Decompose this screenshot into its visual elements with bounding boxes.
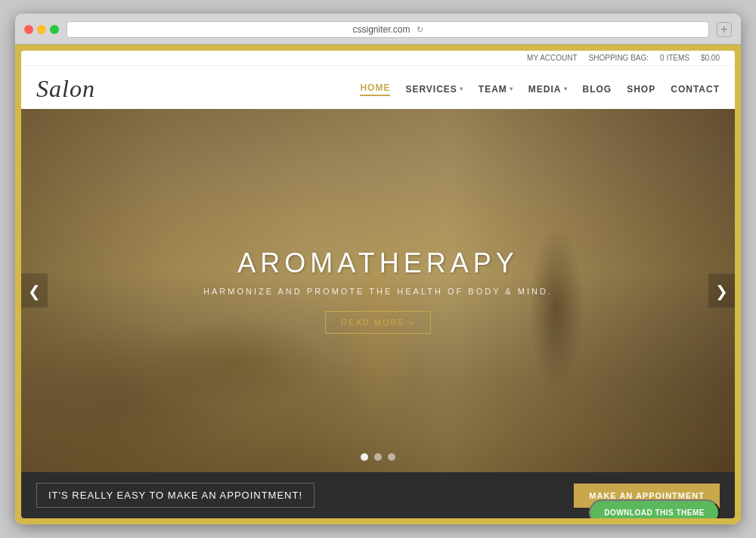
slider-dot-3[interactable] — [388, 453, 395, 461]
dot-minimize[interactable] — [37, 25, 46, 34]
header-topbar: MY ACCOUNT SHOPPING BAG: 0 ITEMS $0.00 — [21, 51, 735, 66]
nav-item-contact[interactable]: CONTACT — [671, 84, 720, 95]
slider-dot-1[interactable] — [361, 453, 368, 461]
dot-close[interactable] — [24, 25, 33, 34]
chevron-down-icon: ▾ — [460, 86, 463, 92]
header-main: Salon HOME SERVICES ▾ TEAM ▾ — [21, 66, 735, 109]
hero-text-block: AROMATHERAPY HARMONIZE AND PROMOTE THE H… — [203, 247, 553, 334]
download-theme-button[interactable]: DOWNLOAD THIS THEME — [589, 499, 720, 518]
url-text: cssigniter.com — [352, 24, 410, 35]
dot-maximize[interactable] — [50, 25, 59, 34]
site-inner: MY ACCOUNT SHOPPING BAG: 0 ITEMS $0.00 S… — [21, 51, 735, 518]
chevron-down-icon: ▾ — [510, 86, 513, 92]
chevron-down-icon: ▾ — [564, 86, 568, 92]
site-header: MY ACCOUNT SHOPPING BAG: 0 ITEMS $0.00 S… — [21, 51, 735, 109]
appointment-text: IT'S REALLY EASY TO MAKE AN APPOINTMENT! — [36, 483, 314, 508]
hero-cta-button[interactable]: READ MORE » — [325, 311, 431, 334]
nav-item-blog[interactable]: BLOG — [583, 84, 612, 95]
nav-item-services[interactable]: SERVICES ▾ — [405, 84, 463, 95]
hero-subtitle: HARMONIZE AND PROMOTE THE HEALTH OF BODY… — [203, 287, 553, 296]
bag-items-count: 0 ITEMS — [660, 54, 689, 62]
slider-prev-button[interactable]: ❮ — [21, 274, 48, 308]
slider-next-button[interactable]: ❯ — [708, 274, 735, 308]
nav-item-home[interactable]: HOME — [360, 82, 390, 96]
browser-dots — [24, 25, 59, 34]
nav-item-shop[interactable]: SHOP — [627, 84, 655, 95]
shopping-bag-label: SHOPPING BAG: — [589, 54, 649, 62]
site-logo[interactable]: Salon — [36, 75, 95, 103]
download-theme-wrapper: DOWNLOAD THIS THEME — [589, 499, 720, 518]
nav-item-media[interactable]: MEDIA ▾ — [528, 84, 568, 95]
slider-dots — [361, 453, 395, 461]
new-tab-button[interactable]: + — [717, 22, 732, 37]
slider-dot-2[interactable] — [374, 453, 382, 461]
hero-title: AROMATHERAPY — [203, 247, 553, 279]
my-account-link[interactable]: MY ACCOUNT — [527, 54, 578, 62]
nav-item-team[interactable]: TEAM ▾ — [479, 84, 513, 95]
browser-chrome: cssigniter.com ↻ + — [15, 14, 741, 45]
browser-window: cssigniter.com ↻ + MY ACCOUNT SHOPPING B… — [15, 14, 741, 524]
hero-slider: ❮ AROMATHERAPY HARMONIZE AND PROMOTE THE… — [21, 109, 735, 472]
appointment-bar: IT'S REALLY EASY TO MAKE AN APPOINTMENT!… — [21, 472, 735, 518]
main-navigation: HOME SERVICES ▾ TEAM ▾ MEDIA ▾ — [360, 82, 720, 96]
refresh-icon[interactable]: ↻ — [417, 25, 423, 35]
website-container: MY ACCOUNT SHOPPING BAG: 0 ITEMS $0.00 S… — [15, 45, 741, 524]
address-bar[interactable]: cssigniter.com ↻ — [67, 21, 709, 38]
bag-total: $0.00 — [701, 54, 720, 62]
